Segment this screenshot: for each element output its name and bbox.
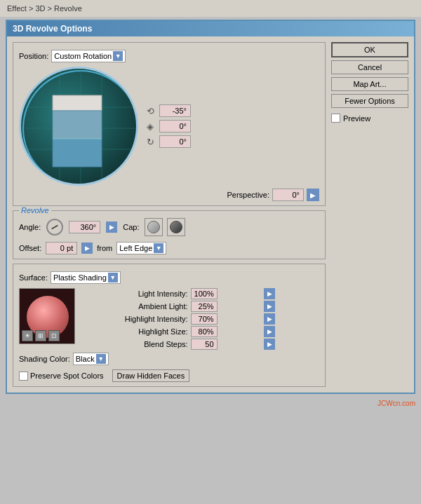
cap-closed-btn[interactable] xyxy=(167,218,185,236)
perspective-btn[interactable]: ▶ xyxy=(307,189,319,201)
offset-btn[interactable]: ▶ xyxy=(81,243,93,254)
from-dropdown-arrow[interactable]: ▼ xyxy=(154,243,163,253)
map-art-button[interactable]: Map Art... xyxy=(331,77,408,91)
surface-ctrl-2[interactable]: ⊞ xyxy=(35,330,46,341)
cancel-button[interactable]: Cancel xyxy=(331,60,408,74)
shading-color-select[interactable]: Black ▼ xyxy=(73,353,109,365)
rotate-y-icon: ◈ xyxy=(144,120,156,132)
from-select[interactable]: Left Edge ▼ xyxy=(116,242,166,254)
rotation-z-value[interactable]: 0° xyxy=(159,135,191,148)
position-select-value: Custom Rotation xyxy=(54,52,112,60)
cap-open-btn[interactable] xyxy=(145,218,163,236)
perspective-label: Perspective: xyxy=(227,191,269,199)
highlight-intensity-value[interactable]: 70% xyxy=(191,313,218,325)
preserve-spot-checkbox[interactable] xyxy=(19,372,28,381)
draw-hidden-btn[interactable]: Draw Hidden Faces xyxy=(112,369,190,382)
surface-dropdown-arrow[interactable]: ▼ xyxy=(108,273,118,282)
light-intensity-label: Light Intensity: xyxy=(81,290,188,298)
blend-steps-btn[interactable]: ▶ xyxy=(264,339,275,350)
preview-label: Preview xyxy=(343,114,370,123)
preserve-spot-text: Preserve Spot Colors xyxy=(30,372,104,380)
surface-select[interactable]: Plastic Shading ▼ xyxy=(51,271,121,284)
angle-btn[interactable]: ▶ xyxy=(106,222,117,233)
watermark-text: JCWcn.com xyxy=(377,400,415,407)
from-select-value: Left Edge xyxy=(119,244,152,252)
dialog-title: 3D Revolve Options xyxy=(13,24,92,34)
highlight-size-value[interactable]: 80% xyxy=(191,326,218,337)
rotate-z-icon: ↻ xyxy=(144,135,156,148)
cap-section xyxy=(145,218,185,236)
angle-value[interactable]: 360° xyxy=(69,221,100,233)
ok-button[interactable]: OK xyxy=(331,42,408,57)
surface-ctrl-1[interactable]: ☀ xyxy=(22,330,33,341)
ambient-light-value[interactable]: 25% xyxy=(191,301,218,312)
position-dropdown-arrow[interactable]: ▼ xyxy=(113,51,123,61)
fewer-options-button[interactable]: Fewer Options xyxy=(331,94,408,108)
highlight-size-btn[interactable]: ▶ xyxy=(264,326,275,337)
from-label: from xyxy=(97,244,112,252)
surface-ctrl-3[interactable]: ⊡ xyxy=(48,330,60,341)
blend-steps-label: Blend Steps: xyxy=(81,340,188,348)
breadcrumb: Effect > 3D > Revolve xyxy=(7,4,82,13)
revolve-section-label: Revolve xyxy=(19,206,51,214)
preview-checkbox[interactable] xyxy=(331,114,340,123)
perspective-value[interactable]: 0° xyxy=(272,189,304,201)
highlight-intensity-label: Highlight Intensity: xyxy=(81,315,188,323)
angle-control[interactable] xyxy=(46,219,63,236)
rotation-x-value[interactable]: -35° xyxy=(159,104,191,117)
angle-label: Angle: xyxy=(19,223,41,231)
position-label: Position: xyxy=(19,52,48,60)
position-select[interactable]: Custom Rotation ▼ xyxy=(51,50,126,62)
shading-color-label: Shading Color: xyxy=(19,355,70,363)
3d-preview xyxy=(19,67,138,186)
rotate-x-icon: ⟲ xyxy=(144,104,156,117)
light-intensity-btn[interactable]: ▶ xyxy=(264,288,275,299)
blend-steps-value[interactable]: 50 xyxy=(191,339,218,350)
highlight-size-label: Highlight Size: xyxy=(81,327,188,336)
light-intensity-value[interactable]: 100% xyxy=(191,288,218,299)
surface-section-label: Surface: xyxy=(19,273,48,282)
svg-rect-10 xyxy=(53,111,102,139)
offset-label: Offset: xyxy=(19,244,41,252)
shading-color-value: Black xyxy=(76,355,95,363)
preserve-spot-label[interactable]: Preserve Spot Colors xyxy=(19,372,104,381)
rotation-controls: ⟲ -35° ◈ 0° ↻ 0° xyxy=(144,104,191,148)
draw-hidden-text: Draw Hidden Faces xyxy=(117,372,185,380)
svg-marker-7 xyxy=(53,95,102,111)
surface-preview: ☀ ⊞ ⊡ xyxy=(19,288,75,344)
highlight-intensity-btn[interactable]: ▶ xyxy=(264,313,275,325)
surface-select-value: Plastic Shading xyxy=(53,273,107,282)
ambient-light-label: Ambient Light: xyxy=(81,302,188,311)
intensity-grid: Light Intensity: 100% ▶ Ambient Light: 2… xyxy=(81,288,319,350)
rotation-y-value[interactable]: 0° xyxy=(159,120,191,132)
ambient-light-btn[interactable]: ▶ xyxy=(264,301,275,312)
cap-label: Cap: xyxy=(123,223,139,231)
shading-color-dropdown-arrow[interactable]: ▼ xyxy=(96,354,106,364)
offset-value[interactable]: 0 pt xyxy=(46,242,77,254)
